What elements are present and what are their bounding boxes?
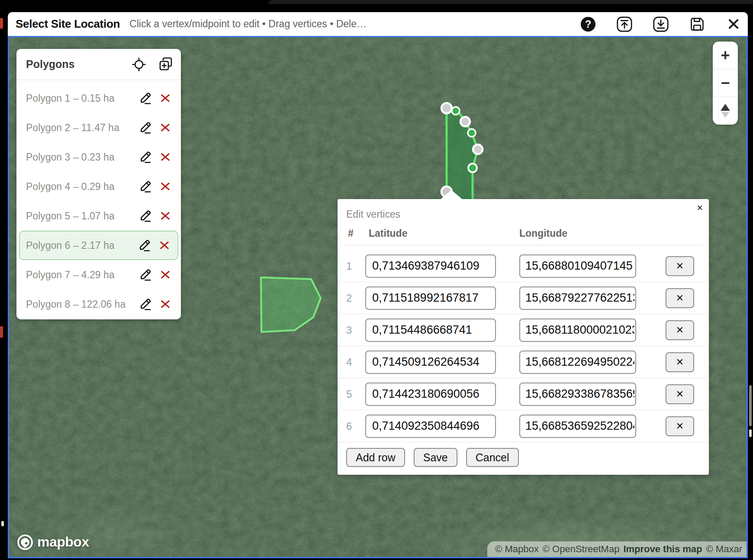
cancel-button[interactable]: Cancel [466, 448, 519, 467]
edit-polygon-button[interactable] [137, 148, 156, 167]
longitude-input[interactable] [519, 351, 636, 374]
longitude-input[interactable] [519, 319, 636, 342]
screen: Select Site Location Click a vertex/midp… [0, 0, 753, 560]
delete-polygon-button[interactable]: ✕ [154, 148, 177, 167]
popover-title: Edit vertices [346, 209, 400, 220]
polygon-list-item[interactable]: Polygon 3 – 0.23 ha ✕ [16, 142, 181, 172]
popover-close-button[interactable]: × [697, 201, 703, 214]
instructions-text: Click a vertex/midpoint to edit • Drag v… [129, 18, 367, 30]
close-dialog-button[interactable]: ✕ [725, 16, 742, 32]
delete-vertex-button[interactable]: ✕ [666, 384, 694, 404]
popover-arrow [440, 190, 463, 200]
map-navigation-control: + − [713, 42, 738, 125]
close-icon: ✕ [726, 16, 741, 33]
delete-polygon-button[interactable]: ✕ [154, 177, 177, 196]
edit-polygon-button[interactable] [137, 177, 156, 196]
polygon-list-item[interactable]: Polygon 8 – 122.06 ha ✕ [16, 290, 181, 319]
latitude-input[interactable] [365, 286, 496, 310]
divider [344, 245, 703, 245]
mapbox-logo-icon: ✦ [17, 534, 33, 550]
locate-button[interactable] [131, 56, 147, 73]
upload-icon [616, 16, 633, 32]
crosshair-icon [132, 57, 146, 72]
attribution-osm[interactable]: © OpenStreetMap [543, 544, 620, 555]
header-toolbar: ? [580, 12, 742, 36]
longitude-input[interactable] [519, 383, 636, 406]
polygon-list-item[interactable]: Polygon 1 – 0.15 ha ✕ [16, 84, 181, 113]
polygon-list-item[interactable]: Polygon 2 – 11.47 ha ✕ [16, 113, 181, 142]
chrome-edge-mark [1, 521, 4, 526]
duplicate-add-button[interactable] [158, 56, 174, 73]
vertex-row-number: 3 [346, 324, 365, 336]
pencil-icon [138, 296, 154, 312]
vertex-row-number: 5 [346, 388, 365, 400]
latitude-input[interactable] [365, 351, 496, 374]
download-button[interactable] [653, 16, 669, 32]
polygon-label: Polygon 6 – 2.17 ha [26, 240, 136, 251]
mapbox-logo[interactable]: ✦ mapbox [17, 534, 89, 550]
vertex-row: 6 ✕ [338, 410, 709, 442]
delete-polygon-button[interactable]: ✕ [154, 295, 177, 314]
upload-button[interactable] [616, 16, 633, 32]
edit-polygon-button[interactable] [137, 206, 156, 225]
delete-polygon-button[interactable]: ✕ [154, 118, 177, 137]
map-canvas[interactable]: Polygons [8, 36, 748, 558]
page-scrollbar[interactable] [749, 385, 752, 426]
vertex-row: 4 ✕ [338, 346, 709, 378]
polygon-list-item[interactable]: Polygon 5 – 1.07 ha ✕ [16, 201, 181, 231]
longitude-input[interactable] [519, 415, 636, 438]
pencil-icon [138, 120, 154, 135]
pitch-up-icon [721, 104, 730, 111]
add-row-button[interactable]: Add row [346, 448, 405, 467]
attribution-mapbox[interactable]: © Mapbox [495, 544, 539, 555]
polygon-list-item[interactable]: Polygon 7 – 4.29 ha ✕ [16, 260, 181, 290]
longitude-input[interactable] [519, 286, 636, 310]
chrome-edge-mark [0, 326, 3, 338]
delete-polygon-button[interactable]: ✕ [154, 236, 176, 255]
delete-polygon-button[interactable]: ✕ [154, 265, 177, 284]
edit-polygon-button[interactable] [137, 265, 156, 284]
background-window-tab [268, 0, 753, 4]
map-clearing [35, 505, 191, 558]
polygon-list-item[interactable]: Polygon 6 – 2.17 ha ✕ [19, 231, 178, 260]
latitude-input[interactable] [365, 254, 496, 278]
save-vertices-button[interactable]: Save [414, 448, 457, 467]
delete-vertex-button[interactable]: ✕ [666, 352, 694, 372]
edit-polygon-button[interactable] [136, 236, 155, 255]
select-site-location-dialog: Select Site Location Click a vertex/midp… [8, 12, 748, 558]
attribution-improve-link[interactable]: Improve this map [623, 544, 702, 555]
polygon-label: Polygon 1 – 0.15 ha [26, 93, 137, 104]
edit-polygon-button[interactable] [137, 118, 156, 137]
pencil-icon [138, 208, 154, 224]
polygon-list-item[interactable]: Polygon 4 – 0.29 ha ✕ [16, 172, 181, 201]
delete-polygon-button[interactable]: ✕ [154, 89, 177, 108]
vertex-row-number: 6 [346, 420, 365, 432]
pitch-toggle-button[interactable] [713, 97, 738, 125]
delete-polygon-button[interactable]: ✕ [154, 206, 177, 225]
column-number: # [348, 228, 354, 239]
dialog-header: Select Site Location Click a vertex/midp… [8, 12, 748, 36]
delete-vertex-button[interactable]: ✕ [666, 288, 694, 308]
latitude-input[interactable] [365, 383, 496, 406]
attribution-maxar[interactable]: © Maxar [706, 544, 742, 555]
polygon-label: Polygon 4 – 0.29 ha [26, 181, 137, 193]
column-latitude: Latitude [369, 228, 407, 239]
delete-vertex-button[interactable]: ✕ [666, 320, 694, 340]
polygons-panel-header: Polygons [16, 49, 181, 80]
delete-vertex-button[interactable]: ✕ [666, 416, 694, 436]
help-button[interactable]: ? [580, 16, 596, 32]
latitude-input[interactable] [365, 319, 496, 342]
longitude-input[interactable] [519, 254, 636, 278]
vertex-row-number: 2 [346, 292, 365, 304]
edit-polygon-button[interactable] [137, 89, 156, 108]
edit-polygon-button[interactable] [137, 295, 156, 314]
zoom-in-button[interactable]: + [713, 42, 738, 69]
save-button[interactable] [689, 16, 705, 32]
delete-vertex-button[interactable]: ✕ [666, 256, 694, 276]
popover-actions: Add row Save Cancel [346, 448, 519, 467]
latitude-input[interactable] [365, 415, 496, 438]
vertex-row: 2 ✕ [338, 282, 709, 314]
zoom-out-button[interactable]: − [713, 69, 738, 97]
help-icon: ? [581, 17, 595, 32]
polygon-label: Polygon 2 – 11.47 ha [26, 122, 137, 134]
